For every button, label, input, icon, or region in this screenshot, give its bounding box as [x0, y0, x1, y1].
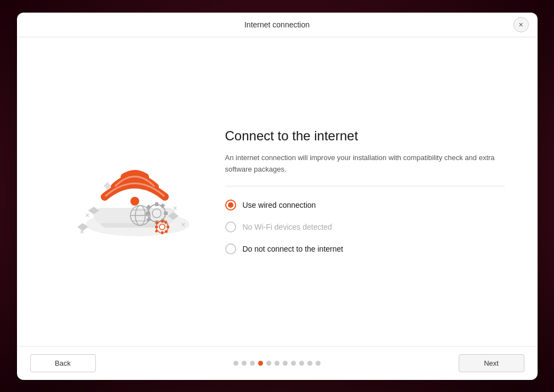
svg-rect-28	[161, 231, 163, 234]
radio-circle-none	[225, 243, 236, 254]
svg-point-26	[159, 224, 165, 230]
dot-7	[283, 361, 288, 366]
divider	[225, 186, 505, 186]
svg-rect-17	[155, 202, 158, 206]
svg-point-35	[130, 197, 139, 206]
text-area: Connect to the internet An internet conn…	[225, 128, 505, 255]
radio-none[interactable]: Do not connect to the internet	[225, 243, 505, 254]
pagination	[233, 361, 321, 366]
dot-8	[291, 361, 296, 366]
dot-4	[258, 361, 263, 366]
footer: Back Next	[17, 346, 538, 380]
dot-10	[307, 361, 312, 366]
dot-3	[250, 361, 255, 366]
svg-text:×: ×	[80, 228, 84, 236]
svg-rect-27	[161, 220, 163, 223]
back-button[interactable]: Back	[30, 354, 96, 372]
svg-rect-21	[160, 203, 165, 208]
radio-wired[interactable]: Use wired connection	[225, 200, 505, 211]
radio-circle-wired	[225, 200, 236, 211]
svg-text:×: ×	[85, 212, 89, 219]
content-area: × × × ×	[17, 37, 538, 346]
dot-5	[266, 361, 271, 366]
radio-wifi: No Wi-Fi devices detected	[225, 221, 505, 232]
dialog: Internet connection × × × × ×	[17, 13, 538, 380]
radio-label-none: Do not connect to the internet	[243, 245, 344, 253]
description: An internet connection will improve your…	[225, 152, 505, 175]
next-button[interactable]: Next	[459, 354, 524, 372]
svg-point-16	[152, 209, 161, 218]
dot-9	[299, 361, 304, 366]
titlebar: Internet connection ×	[17, 13, 538, 37]
radio-label-wired: Use wired connection	[243, 201, 316, 209]
svg-text:×: ×	[181, 221, 185, 229]
radio-label-wifi: No Wi-Fi devices detected	[243, 223, 332, 231]
dot-2	[242, 361, 247, 366]
svg-rect-19	[164, 212, 168, 215]
svg-rect-20	[146, 212, 150, 215]
svg-rect-29	[167, 226, 169, 228]
dialog-title: Internet connection	[244, 20, 310, 29]
svg-rect-30	[155, 226, 158, 228]
dot-6	[275, 361, 279, 366]
page-title: Connect to the internet	[225, 128, 505, 144]
radio-circle-wifi	[225, 221, 236, 232]
radio-group: Use wired connection No Wi-Fi devices de…	[225, 200, 505, 254]
svg-text:×: ×	[173, 204, 177, 212]
illustration: × × × ×	[50, 131, 203, 252]
dot-1	[233, 361, 238, 366]
close-button[interactable]: ×	[513, 17, 529, 32]
dot-11	[316, 361, 321, 366]
